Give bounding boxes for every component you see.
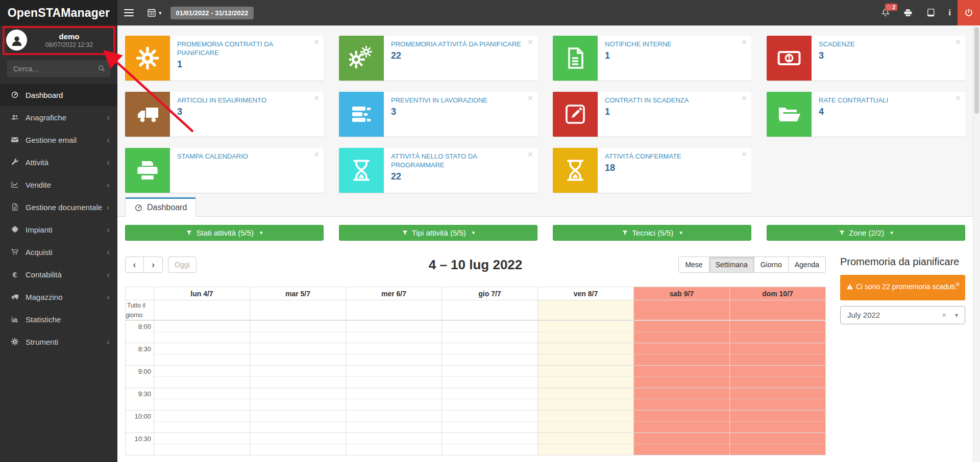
calendar-cell[interactable] <box>250 343 346 365</box>
sidebar-item-contabilita[interactable]: € Contabilità ‹ <box>0 263 117 286</box>
widget-card-stampa-calendario[interactable]: STAMPA CALENDARIO × <box>125 148 324 193</box>
close-icon[interactable]: × <box>955 93 961 104</box>
prev-button[interactable]: ‹ <box>125 256 144 273</box>
calendar-cell[interactable] <box>346 433 442 455</box>
view-settimana-button[interactable]: Settimana <box>709 256 754 273</box>
calendar-cell[interactable] <box>442 388 537 410</box>
widget-card-contratti-scadenza[interactable]: CONTRATTI IN SCADENZA 1 × <box>553 92 751 137</box>
print-button[interactable] <box>897 0 919 25</box>
calendar-cell[interactable] <box>250 300 346 320</box>
calendar-cell[interactable] <box>442 433 537 455</box>
calendar-cell-weekend[interactable] <box>729 433 825 455</box>
calendar-cell-weekend[interactable] <box>729 300 825 320</box>
clear-icon[interactable]: × <box>942 311 946 319</box>
info-button[interactable]: i <box>942 0 958 25</box>
calendar-cell-weekend[interactable] <box>729 366 825 388</box>
sidebar-item-statistiche[interactable]: Statistiche <box>0 308 117 330</box>
close-icon[interactable]: × <box>314 93 319 104</box>
calendar-cell[interactable] <box>346 366 442 388</box>
calendar-cell-weekend[interactable] <box>633 321 729 343</box>
calendar-cell[interactable] <box>346 300 442 320</box>
calendar-cell-today[interactable] <box>537 343 633 365</box>
widget-card-promemoria-attivita[interactable]: PROMEMORIA ATTIVITÀ DA PIANIFICARE 22 × <box>339 36 537 81</box>
calendar-cell-today[interactable] <box>537 321 633 343</box>
filter-tecnici[interactable]: Tecnici (5/5) ▾ <box>553 225 751 241</box>
calendar-cell-weekend[interactable] <box>729 343 825 365</box>
widget-card-rate-contrattuali[interactable]: RATE CONTRATTUALI 4 × <box>767 92 965 137</box>
view-agenda-button[interactable]: Agenda <box>789 256 826 273</box>
calendar-cell-today[interactable] <box>537 433 633 455</box>
close-icon[interactable]: × <box>314 37 319 47</box>
period-badge[interactable]: 01/01/2022 - 31/12/2022 <box>170 7 254 19</box>
calendar-cell[interactable] <box>154 321 250 343</box>
sidebar-item-magazzino[interactable]: Magazzino ‹ <box>0 286 117 308</box>
scrollbar[interactable] <box>973 25 980 462</box>
close-icon[interactable]: × <box>528 93 533 104</box>
sidebar-item-dashboard[interactable]: Dashboard <box>0 84 117 106</box>
notifications-button[interactable]: 2 <box>874 0 897 25</box>
widget-card-preventivi[interactable]: PREVENTIVI IN LAVORAZIONE 3 × <box>339 92 537 137</box>
calendar-cell-weekend[interactable] <box>633 300 729 320</box>
calendar-cell-weekend[interactable] <box>633 410 729 432</box>
calendar-cell[interactable] <box>442 343 537 365</box>
widget-card-scadenze[interactable]: SCADENZE 3 × <box>767 36 965 81</box>
tab-dashboard[interactable]: Dashboard <box>125 197 196 217</box>
calendar-cell-today[interactable] <box>537 410 633 432</box>
filter-zone[interactable]: Zone (2/2) ▾ <box>767 225 965 241</box>
calendar-cell-today[interactable] <box>537 388 633 410</box>
calendar-cell[interactable] <box>250 433 346 455</box>
sidebar-item-anagrafiche[interactable]: Anagrafiche ‹ <box>0 106 117 129</box>
view-mese-button[interactable]: Mese <box>678 256 709 273</box>
calendar-cell[interactable] <box>442 366 537 388</box>
close-icon[interactable]: × <box>955 37 961 47</box>
calendar-cell[interactable] <box>154 366 250 388</box>
view-giorno-button[interactable]: Giorno <box>754 256 789 273</box>
sidebar-item-vendite[interactable]: Vendite ‹ <box>0 173 117 196</box>
sidebar-item-strumenti[interactable]: Strumenti ‹ <box>0 330 117 353</box>
calendar-cell[interactable] <box>346 410 442 432</box>
calendar-cell-weekend[interactable] <box>729 388 825 410</box>
calendar-cell[interactable] <box>250 410 346 432</box>
month-select[interactable]: July 2022 × ▾ <box>840 306 965 324</box>
widget-card-articoli-esaurimento[interactable]: ARTICOLI IN ESAURIMENTO 3 × <box>125 92 324 137</box>
widget-card-attivita-confermate[interactable]: ATTIVITÀ CONFERMATE 18 × <box>553 148 751 193</box>
calendar-cell[interactable] <box>154 433 250 455</box>
calendar-cell[interactable] <box>442 410 537 432</box>
calendar-cell[interactable] <box>154 300 250 320</box>
calendar-cell[interactable] <box>250 366 346 388</box>
sidebar-toggle-button[interactable] <box>117 0 140 25</box>
search-input[interactable] <box>7 60 110 77</box>
calendar-cell-weekend[interactable] <box>729 321 825 343</box>
logout-button[interactable] <box>958 0 980 25</box>
calendar-cell[interactable] <box>250 321 346 343</box>
filter-stati-attivita[interactable]: Stati attività (5/5) ▾ <box>125 225 324 241</box>
calendar-cell-weekend[interactable] <box>633 343 729 365</box>
calendar-cell[interactable] <box>346 321 442 343</box>
sidebar-item-impianti[interactable]: Impianti ‹ <box>0 218 117 241</box>
calendar-cell-weekend[interactable] <box>633 388 729 410</box>
calendar-cell-today[interactable] <box>537 300 633 320</box>
widget-card-notifiche-interne[interactable]: NOTIFICHE INTERNE 1 × <box>553 36 751 81</box>
calendar-cell-weekend[interactable] <box>633 433 729 455</box>
sidebar-item-gestione-documentale[interactable]: Gestione documentale ‹ <box>0 196 117 218</box>
calendar-cell-weekend[interactable] <box>633 366 729 388</box>
next-button[interactable]: › <box>144 256 163 273</box>
search-icon[interactable] <box>97 64 106 74</box>
close-icon[interactable]: × <box>742 93 747 104</box>
user-panel[interactable]: demo 08/07/2022 12:32 <box>0 25 117 55</box>
scrollbar-thumb[interactable] <box>974 27 979 114</box>
close-icon[interactable]: × <box>955 278 960 291</box>
calendar-cell[interactable] <box>154 343 250 365</box>
close-icon[interactable]: × <box>742 149 747 160</box>
widget-card-promemoria-contratti[interactable]: PROMEMORIA CONTRATTI DA PIANIFICARE 1 × <box>125 36 324 81</box>
close-icon[interactable]: × <box>742 37 747 47</box>
calendar-cell-weekend[interactable] <box>729 410 825 432</box>
sidebar-item-attivita[interactable]: Attività ‹ <box>0 151 117 173</box>
sidebar-item-gestione-email[interactable]: Gestione email ‹ <box>0 129 117 151</box>
close-icon[interactable]: × <box>314 149 319 160</box>
calendar-cell[interactable] <box>442 321 537 343</box>
calendar-cell[interactable] <box>346 388 442 410</box>
chevron-down-icon[interactable]: ▾ <box>955 312 958 319</box>
sidebar-item-acquisti[interactable]: Acquisti ‹ <box>0 241 117 263</box>
calendar-dropdown-button[interactable]: ▾ <box>140 0 168 25</box>
